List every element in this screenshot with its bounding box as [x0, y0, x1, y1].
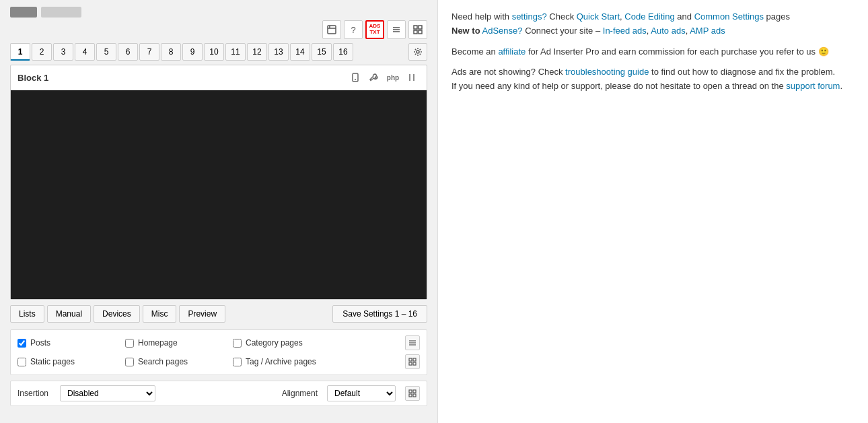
tagarchive-label: Tag / Archive pages — [246, 357, 316, 366]
adsense-link[interactable]: AdSense? — [482, 26, 523, 36]
search-checkbox-group: Search pages — [125, 357, 233, 366]
mobile-preview-button[interactable] — [347, 69, 363, 86]
svg-rect-23 — [413, 390, 416, 393]
search-checkbox[interactable] — [125, 358, 134, 366]
block-header: Block 1 php — [11, 65, 427, 90]
page-view-button[interactable] — [322, 20, 341, 39]
homepage-checkbox[interactable] — [125, 339, 134, 348]
svg-rect-24 — [409, 394, 412, 397]
left-panel: ? ADS TXT — [0, 0, 437, 423]
php-button[interactable]: php — [385, 69, 401, 86]
block-tab-8[interactable]: 8 — [161, 43, 181, 61]
block-tab-5[interactable]: 5 — [96, 43, 116, 61]
static-label: Static pages — [30, 357, 75, 366]
block-editor: Block 1 php — [10, 65, 427, 300]
list-view-button[interactable] — [387, 20, 406, 39]
block-tab-3[interactable]: 3 — [53, 43, 73, 61]
bottom-tabs: Lists Manual Devices Misc Preview Save S… — [10, 305, 427, 323]
svg-rect-25 — [413, 394, 416, 397]
help-line-1: Need help with settings? Check Quick Sta… — [451, 10, 855, 38]
common-settings-link[interactable]: Common Settings — [694, 11, 764, 22]
block-tab-2[interactable]: 2 — [32, 43, 52, 61]
devices-tab[interactable]: Devices — [94, 305, 140, 323]
block-tab-7[interactable]: 7 — [139, 43, 159, 61]
svg-rect-22 — [409, 390, 412, 393]
scroll-area — [10, 7, 427, 18]
posts-label: Posts — [30, 338, 50, 348]
pause-button[interactable] — [404, 69, 420, 86]
insertion-label: Insertion — [17, 389, 55, 398]
search-label: Search pages — [138, 357, 188, 366]
misc-tab[interactable]: Misc — [143, 305, 177, 323]
svg-rect-21 — [413, 362, 416, 365]
new-to-label: New to — [451, 26, 480, 36]
support-forum-link[interactable]: support forum — [786, 81, 840, 91]
alignment-icon-button[interactable] — [405, 386, 420, 401]
svg-rect-7 — [419, 26, 422, 29]
category-checkbox-group: Category pages — [233, 338, 340, 348]
wrench-button[interactable] — [366, 69, 382, 86]
top-toolbar: ? ADS TXT — [10, 20, 427, 39]
block-tab-16[interactable]: 16 — [333, 43, 353, 61]
svg-rect-11 — [353, 73, 358, 82]
block-tab-10[interactable]: 10 — [204, 43, 224, 61]
infeed-link[interactable]: In-feed ads — [603, 26, 647, 36]
block-tab-6[interactable]: 6 — [118, 43, 138, 61]
manual-tab[interactable]: Manual — [47, 305, 91, 323]
posts-checkbox[interactable] — [17, 339, 26, 348]
static-checkbox[interactable] — [17, 358, 26, 366]
checkboxes-section: Posts Homepage Category pages — [10, 329, 427, 375]
scroll-handle1 — [10, 7, 37, 18]
affiliate-line: Become an affiliate for Ad Inserter Pro … — [451, 45, 855, 59]
homepage-label: Homepage — [138, 338, 178, 348]
block-tab-14[interactable]: 14 — [290, 43, 310, 61]
alignment-select[interactable]: Default Left Center Right Float left Flo… — [327, 385, 396, 401]
right-panel: Need help with settings? Check Quick Sta… — [437, 0, 868, 423]
question-icon: ? — [351, 25, 355, 35]
list-icon-button-1[interactable] — [405, 335, 420, 350]
svg-rect-20 — [409, 362, 412, 365]
block-tabs: 1 2 3 4 5 6 7 8 9 10 11 12 13 14 15 16 — [10, 43, 427, 61]
auto-ads-link[interactable]: Auto ads — [651, 26, 685, 36]
amp-ads-link[interactable]: AMP ads — [690, 26, 725, 36]
troubleshooting-link[interactable]: troubleshooting guide — [565, 67, 649, 77]
lists-tab[interactable]: Lists — [10, 305, 44, 323]
insertion-select[interactable]: Disabled Before paragraph After paragrap… — [60, 385, 155, 401]
preview-tab[interactable]: Preview — [179, 305, 225, 323]
code-editor-area[interactable] — [11, 90, 427, 299]
code-editing-link[interactable]: Code Editing — [624, 11, 674, 22]
svg-rect-18 — [409, 358, 412, 361]
block-title: Block 1 — [17, 73, 48, 83]
category-checkbox[interactable] — [233, 339, 242, 348]
svg-point-10 — [417, 51, 419, 53]
bottom-tab-group: Lists Manual Devices Misc Preview — [10, 305, 225, 323]
block-tab-13[interactable]: 13 — [268, 43, 289, 61]
block-tab-9[interactable]: 9 — [182, 43, 203, 61]
tagarchive-checkbox[interactable] — [233, 358, 242, 366]
svg-rect-8 — [414, 30, 417, 34]
homepage-checkbox-group: Homepage — [125, 338, 233, 348]
block-header-icons: php — [347, 69, 420, 86]
block-tab-15[interactable]: 15 — [312, 43, 332, 61]
affiliate-link[interactable]: affiliate — [498, 46, 526, 57]
grid-view-button[interactable] — [408, 20, 427, 39]
checkbox-row-1: Posts Homepage Category pages — [17, 335, 420, 350]
posts-checkbox-group: Posts — [17, 338, 125, 348]
ads-txt-button[interactable]: ADS TXT — [365, 20, 384, 39]
static-checkbox-group: Static pages — [17, 357, 125, 366]
list-icon-button-2[interactable] — [405, 354, 420, 369]
php-label: php — [387, 74, 399, 82]
scroll-handle2 — [41, 7, 81, 18]
tagarchive-checkbox-group: Tag / Archive pages — [233, 357, 340, 366]
settings-link[interactable]: settings? — [512, 11, 547, 22]
block-tab-1[interactable]: 1 — [10, 43, 30, 61]
help-button[interactable]: ? — [344, 20, 363, 39]
block-settings-button[interactable] — [408, 43, 427, 61]
alignment-label: Alignment — [282, 389, 318, 398]
save-settings-button[interactable]: Save Settings 1 – 16 — [332, 305, 427, 323]
troubleshoot-line: Ads are not showing? Check troubleshooti… — [451, 65, 855, 94]
quickstart-link[interactable]: Quick Start — [577, 11, 620, 22]
block-tab-12[interactable]: 12 — [247, 43, 267, 61]
block-tab-11[interactable]: 11 — [225, 43, 246, 61]
block-tab-4[interactable]: 4 — [75, 43, 95, 61]
